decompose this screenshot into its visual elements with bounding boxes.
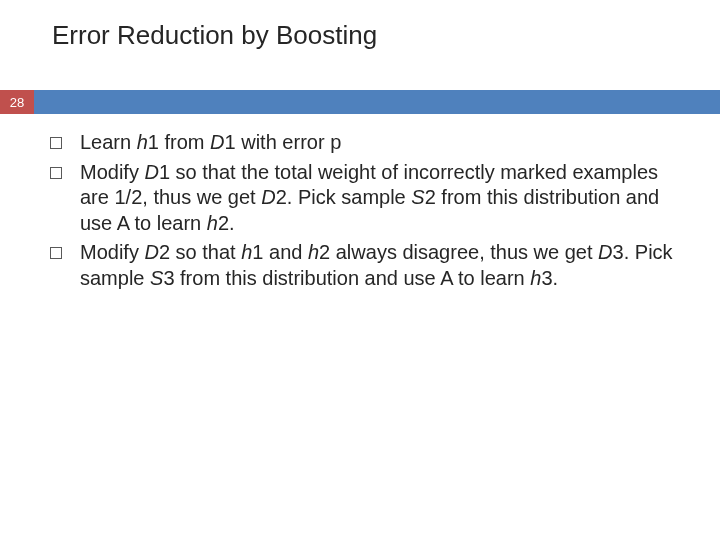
- list-item: Modify D2 so that h1 and h2 always disag…: [50, 240, 680, 291]
- slide-title: Error Reduction by Boosting: [52, 20, 377, 51]
- accent-bar: [34, 90, 720, 114]
- bullet-icon: [50, 167, 62, 179]
- slide: Error Reduction by Boosting 28 Learn h1 …: [0, 0, 720, 540]
- header-bar: 28: [0, 90, 720, 114]
- bullet-icon: [50, 137, 62, 149]
- bullet-list: Learn h1 from D1 with error pModify D1 s…: [50, 130, 680, 296]
- list-item: Learn h1 from D1 with error p: [50, 130, 680, 156]
- bullet-text: Modify D1 so that the total weight of in…: [80, 160, 680, 237]
- bullet-text: Modify D2 so that h1 and h2 always disag…: [80, 240, 680, 291]
- bullet-icon: [50, 247, 62, 259]
- slide-number-badge: 28: [0, 90, 34, 114]
- list-item: Modify D1 so that the total weight of in…: [50, 160, 680, 237]
- bullet-text: Learn h1 from D1 with error p: [80, 130, 341, 156]
